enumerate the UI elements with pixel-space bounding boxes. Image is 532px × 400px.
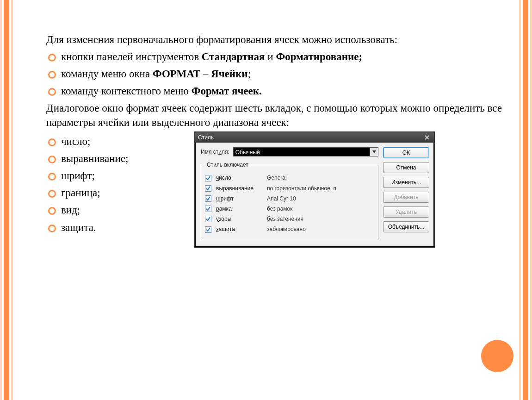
bullet-item: команду контекстного меню Формат ячеек. [61,84,504,98]
close-icon[interactable] [423,134,431,141]
dialog-title-text: Стиль [198,134,214,141]
option-protection: защита заблокировано [205,225,374,233]
option-patterns: узоры без затенения [205,215,374,223]
tabs-bullet-list: число; выравнивание; шрифт; граница; вид… [28,134,185,234]
bullet-item: команду меню окна ФОРМАТ – Ячейки; [61,67,504,81]
merge-button[interactable]: Объединить... [383,221,429,232]
checkbox[interactable] [205,226,211,233]
slide-content: Для изменения первоначального форматиров… [28,32,504,381]
checkbox[interactable] [205,216,211,222]
middle-paragraph: Диалоговое окно формат ячеек содержит ше… [28,101,504,130]
style-includes-group: Стиль включает число General выравнивани… [201,161,378,240]
option-font: шрифт Arial Cyr 10 [205,195,374,202]
style-name-combo[interactable]: Обычный [233,147,378,156]
style-name-label: Имя стиля: [201,148,229,156]
decorative-circle [481,340,513,372]
delete-button: Удалить [383,206,429,218]
bullet-item: кнопки панелей инструментов Стандартная … [61,50,504,64]
modify-button[interactable]: Изменить... [383,177,429,188]
bullet-item: выравнивание; [61,151,185,166]
checkbox[interactable] [205,185,211,192]
cancel-button[interactable]: Отмена [383,162,429,173]
bullet-item: защита. [61,220,185,235]
option-number: число General [205,174,374,181]
checkbox[interactable] [205,175,211,181]
style-dialog: Стиль Имя стиля: Обычный [194,131,435,247]
top-bullet-list: кнопки панелей инструментов Стандартная … [28,50,504,98]
intro-text: Для изменения первоначального форматиров… [28,32,504,47]
x-icon [425,135,429,140]
bullet-item: число; [61,134,185,149]
checkbox[interactable] [205,206,211,212]
ok-button[interactable]: ОК [383,147,429,158]
bullet-item: вид; [61,203,185,217]
group-legend: Стиль включает [205,161,250,169]
chevron-down-icon[interactable] [370,148,378,156]
dialog-titlebar[interactable]: Стиль [195,132,434,143]
add-button: Добавить [383,192,429,203]
option-border: рамка без рамок [205,205,374,212]
option-alignment: выравнивание по горизонтали обычное, п [205,185,374,192]
style-name-value: Обычный [234,148,370,156]
checkbox[interactable] [205,195,211,202]
bullet-item: шрифт; [61,169,185,183]
bullet-item: граница; [61,186,185,200]
